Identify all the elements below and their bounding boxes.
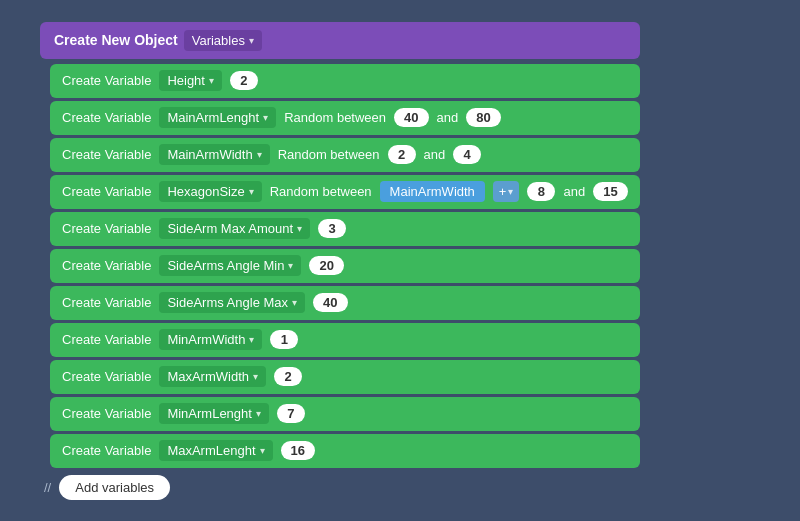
minarmlenght-value[interactable]: 7 [277,404,305,423]
and-label-1: and [437,110,459,125]
var-sidearms-angle-min-dropdown[interactable]: SideArms Angle Min ▾ [159,255,301,276]
var-maxarmlenght-dropdown[interactable]: MaxArmLenght ▾ [159,440,272,461]
and-label-3: and [563,184,585,199]
var-mainarmwidth-chevron: ▾ [257,149,262,160]
random-label-2: Random between [278,147,380,162]
random-label-1: Random between [284,110,386,125]
header-block: Create New Object Variables ▾ [40,22,640,59]
row-main-arm-lenght: Create Variable MainArmLenght ▾ Random b… [50,101,640,135]
row-sidearms-angle-max: Create Variable SideArms Angle Max ▾ 40 [50,286,640,320]
op-chevron: ▾ [508,186,513,197]
var-height-chevron: ▾ [209,75,214,86]
var-sidearm-max-dropdown[interactable]: SideArm Max Amount ▾ [159,218,310,239]
var-mainarmlenght-dropdown[interactable]: MainArmLenght ▾ [159,107,276,128]
variables-dropdown-label: Variables [192,33,245,48]
var-maxarmlenght-chevron: ▾ [260,445,265,456]
var-sidearm-max-label: SideArm Max Amount [167,221,293,236]
row-main-arm-width: Create Variable MainArmWidth ▾ Random be… [50,138,640,172]
var-maxarmwidth-label: MaxArmWidth [167,369,249,384]
maxarmwidth-value[interactable]: 2 [274,367,302,386]
var-minarmlenght-dropdown[interactable]: MinArmLenght ▾ [159,403,269,424]
var-hexagonsize-dropdown[interactable]: HexagonSize ▾ [159,181,261,202]
var-sidearms-angle-max-dropdown[interactable]: SideArms Angle Max ▾ [159,292,305,313]
mainarmlenght-val2[interactable]: 80 [466,108,500,127]
expr-mainarmwidth-dropdown[interactable]: MainArmWidth [380,181,485,202]
create-label-2: Create Variable [62,147,151,162]
create-label-1: Create Variable [62,110,151,125]
var-mainarmwidth-label: MainArmWidth [167,147,252,162]
sidearm-max-value[interactable]: 3 [318,219,346,238]
mainarmwidth-val1[interactable]: 2 [388,145,416,164]
hexagonsize-val2[interactable]: 15 [593,182,627,201]
variables-dropdown[interactable]: Variables ▾ [184,30,262,51]
add-variables-button[interactable]: Add variables [59,475,170,500]
var-hexagonsize-label: HexagonSize [167,184,244,199]
op-label: + [499,184,507,199]
row-sidearm-max: Create Variable SideArm Max Amount ▾ 3 [50,212,640,246]
var-sidearms-angle-min-label: SideArms Angle Min [167,258,284,273]
var-maxarmwidth-dropdown[interactable]: MaxArmWidth ▾ [159,366,266,387]
mainarmwidth-val2[interactable]: 4 [453,145,481,164]
footer-row: // Add variables [40,475,640,500]
header-title: Create New Object [54,32,178,48]
var-sidearms-angle-max-chevron: ▾ [292,297,297,308]
block-group: Create New Object Variables ▾ Create Var… [40,22,640,500]
row-sidearms-angle-min: Create Variable SideArms Angle Min ▾ 20 [50,249,640,283]
var-maxarmwidth-chevron: ▾ [253,371,258,382]
row-max-arm-width: Create Variable MaxArmWidth ▾ 2 [50,360,640,394]
var-maxarmlenght-label: MaxArmLenght [167,443,255,458]
var-minarmwidth-chevron: ▾ [249,334,254,345]
row-height: Create Variable Height ▾ 2 [50,64,640,98]
create-label-3: Create Variable [62,184,151,199]
row-hexagon-size: Create Variable HexagonSize ▾ Random bet… [50,175,640,209]
var-hexagonsize-chevron: ▾ [249,186,254,197]
create-label-6: Create Variable [62,295,151,310]
create-label-8: Create Variable [62,369,151,384]
var-mainarmlenght-chevron: ▾ [263,112,268,123]
and-label-2: and [424,147,446,162]
create-label-4: Create Variable [62,221,151,236]
row-max-arm-lenght: Create Variable MaxArmLenght ▾ 16 [50,434,640,468]
minarmwidth-value[interactable]: 1 [270,330,298,349]
create-label-0: Create Variable [62,73,151,88]
var-sidearms-angle-max-label: SideArms Angle Max [167,295,288,310]
var-minarmlenght-label: MinArmLenght [167,406,252,421]
var-minarmwidth-label: MinArmWidth [167,332,245,347]
expr-mainarmwidth-label: MainArmWidth [390,184,475,199]
var-minarmlenght-chevron: ▾ [256,408,261,419]
var-sidearms-angle-min-chevron: ▾ [288,260,293,271]
var-mainarmlenght-label: MainArmLenght [167,110,259,125]
var-minarmwidth-dropdown[interactable]: MinArmWidth ▾ [159,329,262,350]
sidearms-angle-max-value[interactable]: 40 [313,293,347,312]
comment-label: // [44,480,51,495]
mainarmlenght-val1[interactable]: 40 [394,108,428,127]
var-height-label: Height [167,73,205,88]
var-sidearm-max-chevron: ▾ [297,223,302,234]
hexagonsize-val1[interactable]: 8 [527,182,555,201]
maxarmlenght-value[interactable]: 16 [281,441,315,460]
height-value[interactable]: 2 [230,71,258,90]
var-height-dropdown[interactable]: Height ▾ [159,70,222,91]
var-mainarmwidth-dropdown[interactable]: MainArmWidth ▾ [159,144,269,165]
row-min-arm-lenght: Create Variable MinArmLenght ▾ 7 [50,397,640,431]
row-min-arm-width: Create Variable MinArmWidth ▾ 1 [50,323,640,357]
create-label-7: Create Variable [62,332,151,347]
create-label-10: Create Variable [62,443,151,458]
op-dropdown[interactable]: + ▾ [493,181,520,202]
workspace: Create New Object Variables ▾ Create Var… [20,2,780,520]
sidearms-angle-min-value[interactable]: 20 [309,256,343,275]
create-label-9: Create Variable [62,406,151,421]
create-label-5: Create Variable [62,258,151,273]
variables-chevron-icon: ▾ [249,35,254,46]
rows-container: Create Variable Height ▾ 2 Create Variab… [50,64,640,468]
random-label-3: Random between [270,184,372,199]
